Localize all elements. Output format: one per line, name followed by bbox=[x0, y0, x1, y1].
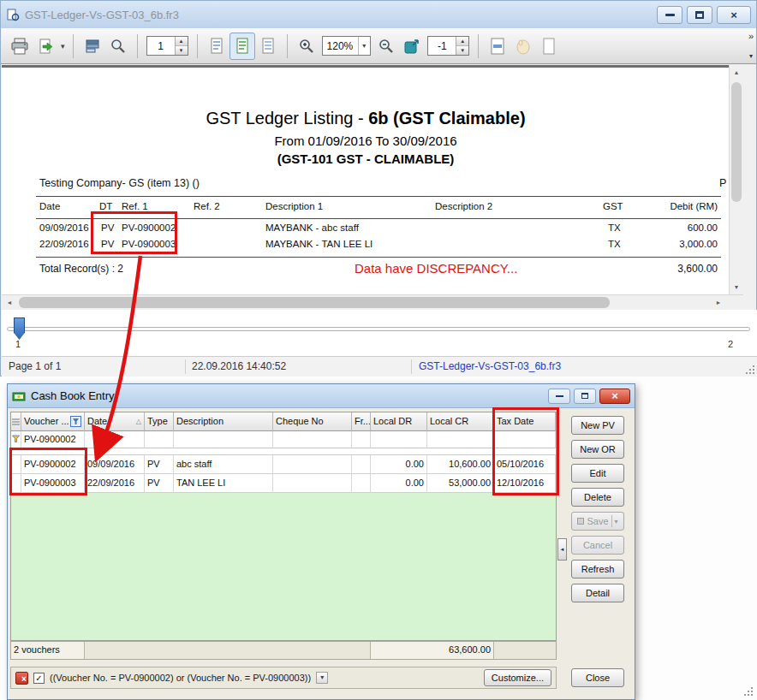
cell-cheque-no[interactable] bbox=[273, 455, 352, 474]
overflow-chevron-icon[interactable]: » bbox=[748, 32, 754, 40]
header-tax-date[interactable]: Tax Date bbox=[494, 412, 556, 431]
panel-collapse-handle[interactable]: ◄ bbox=[557, 538, 567, 561]
header-date[interactable]: Date△ bbox=[85, 412, 145, 431]
cell-description[interactable]: abc staff bbox=[174, 455, 273, 474]
filter-voucher-cell[interactable]: PV-0900002 bbox=[21, 431, 85, 448]
cell-fr[interactable] bbox=[352, 455, 371, 474]
page-offset-value[interactable]: -1 bbox=[428, 37, 456, 55]
overflow-caret-icon[interactable]: ▾ bbox=[749, 52, 753, 61]
scroll-right-icon[interactable]: ► bbox=[711, 295, 726, 310]
detail-button[interactable]: Detail bbox=[571, 584, 624, 602]
header-local-cr[interactable]: Local CR bbox=[427, 412, 494, 431]
page-number-value[interactable]: 1 bbox=[147, 37, 175, 55]
delete-button[interactable]: Delete bbox=[571, 488, 624, 507]
customize-button[interactable]: Customize... bbox=[484, 669, 551, 686]
minimize-button[interactable] bbox=[657, 6, 682, 24]
new-page-button[interactable] bbox=[536, 33, 562, 60]
cell-tax-date[interactable]: 12/10/2016 bbox=[494, 474, 556, 493]
table-row[interactable]: PV-0900002 09/09/2016 PV abc staff 0.00 … bbox=[11, 455, 556, 474]
maximize-button[interactable] bbox=[574, 389, 596, 404]
page-slider-thumb[interactable] bbox=[14, 317, 25, 340]
edit-page-button[interactable] bbox=[399, 33, 425, 60]
header-local-dr[interactable]: Local DR bbox=[371, 412, 427, 431]
spin-down-icon[interactable]: ▼ bbox=[456, 46, 468, 55]
header-description[interactable]: Description bbox=[174, 412, 273, 431]
view-single-page-button[interactable] bbox=[204, 33, 229, 60]
hscroll-thumb[interactable] bbox=[19, 297, 610, 308]
new-pv-button[interactable]: New PV bbox=[571, 416, 624, 435]
cell-voucher[interactable]: PV-0900002 bbox=[21, 455, 85, 474]
filter-dropdown-button[interactable]: ▾ bbox=[316, 672, 328, 684]
zoom-combobox[interactable]: 120% ▾ bbox=[322, 36, 372, 56]
cell-local-dr[interactable]: 0.00 bbox=[371, 455, 427, 474]
cell-type[interactable]: PV bbox=[145, 474, 174, 493]
edit-button[interactable]: Edit bbox=[571, 464, 624, 483]
export-button[interactable] bbox=[33, 33, 59, 60]
spin-down-icon[interactable]: ▼ bbox=[176, 46, 188, 55]
cancel-button[interactable]: Cancel bbox=[571, 536, 624, 555]
vertical-scrollbar[interactable]: ▲ ▼ bbox=[729, 65, 743, 294]
table-row[interactable]: PV-0900003 22/09/2016 PV TAN LEE LI 0.00… bbox=[11, 474, 556, 493]
cell-date[interactable]: 09/09/2016 bbox=[85, 455, 145, 474]
close-button[interactable]: × bbox=[717, 6, 751, 24]
new-or-button[interactable]: New OR bbox=[571, 440, 624, 459]
find-button[interactable] bbox=[105, 33, 131, 60]
cell-local-dr[interactable]: 0.00 bbox=[371, 474, 427, 493]
cell-description[interactable]: TAN LEE LI bbox=[174, 474, 273, 493]
page-spinner-arrows[interactable]: ▲▼ bbox=[175, 37, 188, 55]
filter-cell[interactable] bbox=[273, 431, 352, 448]
scroll-down-icon[interactable]: ▼ bbox=[730, 280, 743, 294]
spin-up-icon[interactable]: ▲ bbox=[176, 37, 188, 46]
page-number-spinner[interactable]: 1 ▲▼ bbox=[146, 36, 188, 56]
horizontal-scrollbar[interactable]: ◄ ► bbox=[2, 294, 743, 310]
print-button[interactable] bbox=[6, 33, 33, 60]
filter-enabled-checkbox[interactable]: ✓ bbox=[33, 673, 45, 684]
zoom-caret-icon[interactable]: ▾ bbox=[358, 37, 366, 55]
header-voucher[interactable]: Voucher ... bbox=[21, 412, 85, 431]
filter-funnel-icon[interactable] bbox=[70, 416, 81, 427]
grid-corner-cell[interactable] bbox=[11, 412, 21, 431]
cell-tax-date[interactable]: 05/10/2016 bbox=[494, 455, 556, 474]
cell-cheque-no[interactable] bbox=[273, 474, 352, 493]
zoom-value[interactable]: 120% bbox=[327, 40, 354, 52]
status-file-link[interactable]: GST-Ledger-Vs-GST-03_6b.fr3 bbox=[419, 360, 561, 372]
resize-grip[interactable] bbox=[742, 685, 754, 697]
filter-cell[interactable] bbox=[371, 431, 427, 448]
close-dialog-button[interactable]: Close bbox=[571, 668, 624, 687]
spin-up-icon[interactable]: ▲ bbox=[456, 37, 468, 46]
page-offset-spinner[interactable]: -1 ▲▼ bbox=[427, 36, 469, 56]
filter-cell[interactable] bbox=[174, 431, 273, 448]
minimize-button[interactable] bbox=[548, 389, 570, 404]
save-caret-icon[interactable]: ▾ bbox=[615, 518, 618, 525]
cell-fr[interactable] bbox=[352, 474, 371, 493]
cell-local-cr[interactable]: 10,600.00 bbox=[427, 455, 494, 474]
toolbar-overflow[interactable]: » ▾ bbox=[748, 30, 754, 62]
save-button[interactable]: Save ▾ bbox=[571, 512, 624, 531]
cell-date[interactable]: 22/09/2016 bbox=[85, 474, 145, 493]
maximize-button[interactable] bbox=[687, 6, 712, 24]
thumbnails-button[interactable] bbox=[80, 33, 105, 60]
scroll-left-icon[interactable]: ◄ bbox=[2, 295, 17, 310]
scroll-up-icon[interactable]: ▲ bbox=[730, 65, 743, 80]
filter-cell[interactable] bbox=[352, 431, 371, 448]
remove-filter-button[interactable]: × bbox=[15, 672, 28, 685]
cell-local-cr[interactable]: 53,000.00 bbox=[427, 474, 494, 493]
header-cheque-no[interactable]: Cheque No bbox=[273, 412, 352, 431]
header-fr[interactable]: Fr... bbox=[352, 412, 371, 431]
refresh-button[interactable]: Refresh bbox=[571, 560, 624, 578]
view-whole-page-button[interactable] bbox=[229, 33, 255, 60]
offset-spinner-arrows[interactable]: ▲▼ bbox=[456, 37, 468, 55]
zoom-out-button[interactable] bbox=[373, 33, 399, 60]
filter-cell[interactable] bbox=[145, 431, 174, 448]
cell-voucher[interactable]: PV-0900003 bbox=[21, 474, 85, 493]
view-page-width-button[interactable] bbox=[255, 33, 281, 60]
export-caret-icon[interactable]: ▾ bbox=[61, 42, 65, 50]
zoom-in-button[interactable] bbox=[294, 33, 319, 60]
header-type[interactable]: Type bbox=[145, 412, 174, 431]
close-button[interactable]: × bbox=[599, 389, 630, 404]
filter-cell[interactable] bbox=[427, 431, 494, 448]
watermark-button[interactable] bbox=[485, 33, 510, 60]
filter-cell[interactable] bbox=[85, 431, 145, 448]
cell-type[interactable]: PV bbox=[145, 455, 174, 474]
page-slider-track[interactable] bbox=[7, 327, 750, 331]
